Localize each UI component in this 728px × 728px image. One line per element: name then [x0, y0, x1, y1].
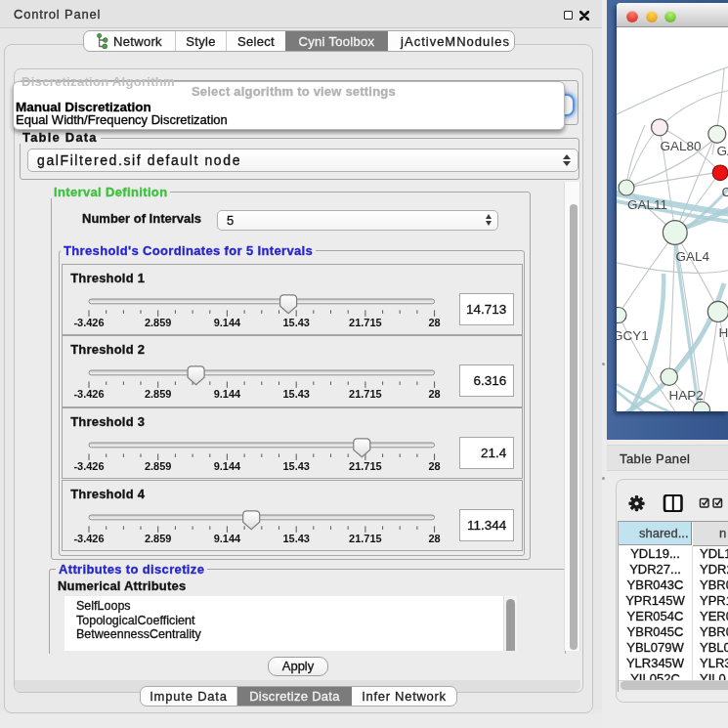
svg-text:9.144: 9.144 — [214, 389, 241, 401]
svg-text:15.43: 15.43 — [283, 533, 311, 544]
svg-text:9.144: 9.144 — [214, 317, 241, 328]
svg-text:9.144: 9.144 — [214, 533, 241, 544]
svg-text:15.43: 15.43 — [283, 389, 311, 401]
svg-text:21.715: 21.715 — [349, 460, 382, 472]
svg-text:2.859: 2.859 — [145, 533, 172, 544]
svg-text:GAL11: GAL11 — [627, 197, 667, 212]
svg-text:21.715: 21.715 — [349, 389, 382, 401]
svg-text:HAP2: HAP2 — [669, 388, 704, 403]
svg-text:28: 28 — [429, 389, 441, 401]
svg-text:-3.426: -3.426 — [74, 533, 105, 544]
svg-text:28: 28 — [429, 317, 441, 328]
svg-text:15.43: 15.43 — [283, 460, 311, 472]
svg-text:2.859: 2.859 — [145, 460, 172, 472]
svg-text:9.144: 9.144 — [214, 460, 241, 472]
svg-text:-3.426: -3.426 — [74, 460, 105, 472]
svg-text:21.715: 21.715 — [349, 317, 382, 328]
svg-text:2.859: 2.859 — [145, 317, 172, 328]
svg-text:28: 28 — [429, 460, 441, 472]
svg-text:HA: HA — [719, 325, 728, 340]
svg-text:28: 28 — [429, 533, 441, 544]
svg-text:GAL4: GAL4 — [676, 249, 710, 264]
svg-text:-3.426: -3.426 — [74, 317, 105, 328]
svg-text:GAL80: GAL80 — [661, 139, 702, 153]
svg-text:C: C — [722, 185, 728, 199]
svg-text:15.43: 15.43 — [283, 317, 311, 328]
svg-text:21.715: 21.715 — [349, 533, 382, 544]
svg-text:GCY1: GCY1 — [617, 328, 649, 343]
svg-text:GA: GA — [717, 144, 728, 158]
svg-text:-3.426: -3.426 — [74, 389, 105, 401]
svg-text:2.859: 2.859 — [145, 389, 172, 401]
